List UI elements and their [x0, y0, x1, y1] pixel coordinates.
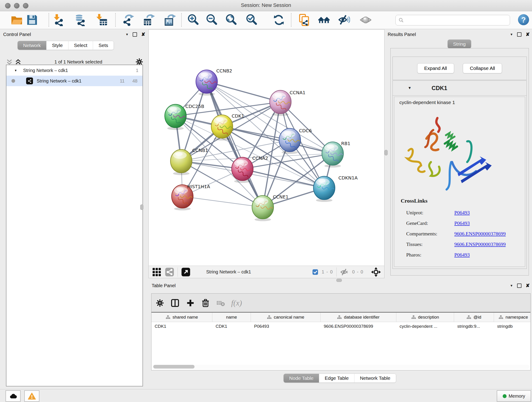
panel-float-icon[interactable] [133, 32, 137, 37]
import-network-icon[interactable] [53, 14, 65, 26]
crosslink-link[interactable]: 9606.ENSP00000378699 [454, 241, 506, 247]
table-cell[interactable]: stringdb [494, 322, 530, 331]
gene-section-header[interactable]: ▼ CDK1 [393, 81, 526, 96]
memory-button[interactable]: Memory [497, 390, 531, 402]
collapse-all-icon[interactable] [6, 58, 13, 65]
export-network-icon[interactable] [122, 14, 134, 26]
save-session-icon[interactable] [26, 14, 38, 26]
table-cell[interactable]: CDK1 [152, 322, 212, 331]
tab-string[interactable]: String [448, 40, 471, 48]
panel-close-icon[interactable]: ✘ [526, 283, 530, 288]
column-header-namespace[interactable]: namespace [494, 313, 530, 322]
panel-close-icon[interactable]: ✘ [526, 32, 530, 37]
crosslink-link[interactable]: P06493 [454, 252, 470, 258]
import-table-icon[interactable] [95, 14, 108, 26]
panel-menu-icon[interactable]: ▼ [126, 32, 129, 36]
network-node-HIST1H1A[interactable]: HIST1H1A [172, 184, 210, 211]
tab-network-table[interactable]: Network Table [354, 374, 396, 383]
delete-column-trash-icon[interactable] [201, 298, 210, 307]
zoom-in-icon[interactable] [187, 14, 199, 26]
table-options-gear-icon[interactable] [156, 299, 164, 307]
scrollbar-thumb[interactable] [153, 365, 195, 369]
column-header-canonical-name[interactable]: canonical name [251, 313, 321, 322]
network-collection-row[interactable]: ▼ String Network – cdk1 1 [6, 65, 143, 76]
warnings-button[interactable] [24, 390, 39, 402]
network-row-selected[interactable]: String Network – cdk1 11 48 [6, 76, 143, 86]
create-column-plus-icon[interactable] [186, 298, 195, 307]
column-header-database-identifier[interactable]: database identifier [321, 313, 396, 322]
import-network-from-database-icon[interactable] [75, 14, 87, 26]
splitter-handle[interactable] [385, 150, 388, 155]
splitter-handle[interactable] [140, 204, 143, 210]
section-expand-icon[interactable]: ▼ [408, 86, 412, 90]
network-node-CCNA1[interactable]: CCNA1 [270, 90, 305, 116]
panel-menu-icon[interactable]: ▼ [510, 32, 513, 36]
first-neighbors-icon[interactable] [318, 14, 330, 26]
grid-view-icon[interactable] [152, 267, 162, 277]
selected-checkbox-icon[interactable] [312, 269, 318, 275]
tab-node-table[interactable]: Node Table [284, 374, 319, 383]
refresh-icon[interactable] [273, 14, 285, 26]
splitter-handle[interactable] [336, 279, 342, 282]
title-bar: Session: New Session [0, 0, 532, 11]
column-header-shared-name[interactable]: shared name [152, 313, 212, 322]
network-node-CCNB2[interactable]: CCNB2 [196, 68, 232, 96]
table-cell[interactable]: cyclin-dependent ... [396, 322, 454, 331]
node-label-RB1: RB1 [341, 141, 350, 146]
panel-float-icon[interactable] [517, 283, 521, 288]
network-canvas[interactable]: CCNB2CCNA1CDC25BCDK1CDC6RB1CCNB1CCNA2CDK… [149, 30, 384, 266]
hidden-eye-icon[interactable] [340, 268, 349, 277]
column-header-description[interactable]: description [396, 313, 454, 322]
clone-network-icon[interactable] [298, 14, 311, 26]
network-node-RB1[interactable]: RB1 [322, 141, 350, 167]
expand-all-icon[interactable] [15, 58, 22, 65]
expand-all-button[interactable]: Expand All [417, 63, 454, 73]
network-node-CCNE1[interactable]: CCNE1 [252, 194, 288, 221]
tab-network[interactable]: Network [18, 41, 46, 50]
export-image-icon[interactable] [164, 14, 176, 26]
zoom-selected-icon[interactable] [245, 14, 258, 26]
column-header-label: database identifier [344, 315, 380, 320]
detach-view-icon[interactable] [181, 267, 191, 277]
crosslink-link[interactable]: P06493 [454, 220, 470, 226]
show-columns-icon[interactable] [170, 298, 180, 308]
collapse-all-button[interactable]: Collapse All [463, 63, 502, 73]
network-node-CDKN1A[interactable]: CDKN1A [313, 175, 358, 202]
birds-eye-move-icon[interactable] [371, 267, 381, 277]
zoom-out-icon[interactable] [206, 14, 218, 26]
cloud-status-button[interactable] [6, 390, 21, 402]
table-cell[interactable]: stringdb:9... [454, 322, 494, 331]
column-header-label: @id [473, 315, 481, 320]
search-input[interactable] [404, 17, 507, 23]
network-node-CDC25B[interactable]: CDC25B [165, 104, 204, 130]
network-node-CDC6[interactable]: CDC6 [279, 128, 312, 154]
tab-select[interactable]: Select [68, 41, 93, 50]
zoom-fit-icon[interactable] [225, 14, 237, 26]
table-cell[interactable]: CDK1 [212, 322, 251, 331]
tree-expand-icon[interactable]: ▼ [14, 69, 17, 72]
table-row[interactable]: CDK1CDK1P064939606.ENSP00000378699cyclin… [152, 322, 530, 331]
memory-status-dot [503, 394, 507, 398]
panel-menu-icon[interactable]: ▼ [510, 284, 513, 287]
hidden-node-edge-counts: 0 - 0 [352, 269, 364, 274]
crosslink-link[interactable]: P06493 [454, 210, 470, 216]
tab-edge-table[interactable]: Edge Table [319, 374, 354, 383]
open-session-icon[interactable] [11, 14, 23, 26]
help-icon[interactable]: ? [517, 13, 530, 26]
delete-table-icon-disabled [216, 298, 225, 307]
tab-sets[interactable]: Sets [93, 41, 114, 50]
panel-close-icon[interactable]: ✘ [141, 32, 145, 37]
export-table-icon[interactable] [143, 14, 155, 26]
column-header-name[interactable]: name [212, 313, 251, 322]
network-badge-gray-icon[interactable] [165, 267, 174, 277]
column-header-label: namespace [505, 315, 528, 320]
tab-style[interactable]: Style [46, 41, 68, 50]
show-all-icon[interactable] [360, 14, 372, 26]
crosslink-link[interactable]: 9606.ENSP00000378699 [454, 231, 506, 237]
table-cell[interactable]: P06493 [251, 322, 321, 331]
column-header-@id[interactable]: @id [454, 313, 494, 322]
panel-float-icon[interactable] [517, 32, 521, 37]
horizontal-scrollbar[interactable] [152, 365, 530, 369]
table-cell[interactable]: 9606.ENSP00000378699 [321, 322, 396, 331]
hide-selected-icon[interactable] [338, 14, 350, 26]
